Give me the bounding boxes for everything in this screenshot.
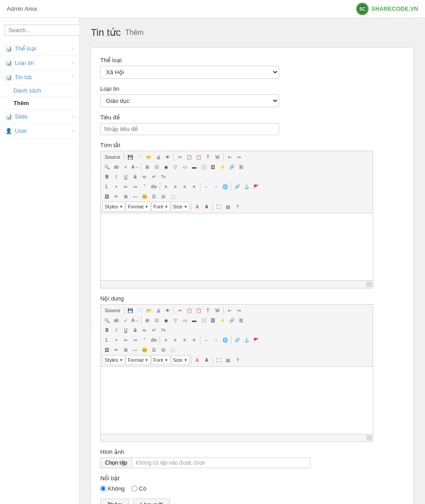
flag-btn-1[interactable]: 🚩 xyxy=(251,182,260,191)
size-dropdown-2[interactable]: Size ▼ xyxy=(171,355,190,365)
open-btn-1[interactable]: 📂 xyxy=(144,152,153,161)
ltr-btn-2[interactable]: ← xyxy=(202,335,211,344)
lang-btn-2[interactable]: A→ xyxy=(131,316,140,325)
radio-co-label[interactable]: Có xyxy=(132,485,147,492)
bold-btn-1[interactable]: B xyxy=(102,172,111,181)
outdent-btn-1[interactable]: ⇐ xyxy=(121,182,130,191)
print-btn-1[interactable]: 🖨 xyxy=(154,152,163,161)
removeformat-btn-1[interactable]: Tx xyxy=(159,172,168,181)
underline-btn-2[interactable]: U xyxy=(121,326,130,335)
subscript-btn-1[interactable]: x₂ xyxy=(140,172,149,181)
copy-btn-1[interactable]: 📋 xyxy=(185,152,194,161)
anchor-btn-1[interactable]: ⚓ xyxy=(242,182,251,191)
replace-btn-2[interactable]: ab xyxy=(112,316,121,325)
img2-btn-2[interactable]: 🖼 xyxy=(102,345,111,354)
link2-btn-2[interactable]: 🔗 xyxy=(233,335,242,344)
ol-btn-1[interactable]: 1. xyxy=(102,182,111,191)
edit-btn-2[interactable]: ✏ xyxy=(112,345,121,354)
strike-btn-1[interactable]: S xyxy=(131,172,140,181)
select-btn-1[interactable]: ▽ xyxy=(171,162,180,171)
align-justify-btn-1[interactable]: ≡ xyxy=(190,182,199,191)
checkbox-btn-1[interactable]: ☑ xyxy=(152,162,161,171)
italic-btn-1[interactable]: I xyxy=(112,172,121,181)
cut-btn-2[interactable]: ✂ xyxy=(175,306,184,315)
align-right-btn-2[interactable]: ≡ xyxy=(180,335,189,344)
paste-btn-1[interactable]: 📋 xyxy=(194,152,203,161)
special-btn-1[interactable]: Ω xyxy=(149,192,158,201)
emoji-btn-2[interactable]: 😊 xyxy=(140,345,149,354)
format-dropdown-2[interactable]: Format ▼ xyxy=(126,355,151,365)
align-justify-btn-2[interactable]: ≡ xyxy=(190,335,199,344)
font-dropdown-2[interactable]: Font ▼ xyxy=(151,355,170,365)
checkbox-btn-2[interactable]: ☑ xyxy=(152,316,161,325)
special-btn-2[interactable]: Ω xyxy=(149,345,158,354)
new-btn-2[interactable]: 📄 xyxy=(135,306,144,315)
tom-tat-editor-area[interactable] xyxy=(101,213,373,280)
undo-btn-2[interactable]: ↩ xyxy=(225,306,234,315)
hr-btn-1[interactable]: ― xyxy=(131,192,140,201)
sidebar-item-user[interactable]: 👤 User › xyxy=(0,124,79,138)
preview-btn-2[interactable]: 👁 xyxy=(163,306,172,315)
paste-word-btn-2[interactable]: W xyxy=(213,306,222,315)
input-btn-1[interactable]: ▭ xyxy=(180,162,189,171)
bgcolor-btn-2[interactable]: A xyxy=(202,356,211,364)
pagebreak-btn-2[interactable]: ⊟ xyxy=(159,345,168,354)
find-btn-2[interactable]: 🔍 xyxy=(102,316,111,325)
spellcheck-btn-2[interactable]: ✓ xyxy=(121,316,130,325)
textcolor-btn-1[interactable]: A xyxy=(193,202,202,211)
sidebar-sub-them[interactable]: Thêm xyxy=(0,97,79,110)
styles-dropdown-2[interactable]: Styles ▼ xyxy=(102,355,125,365)
align-left-btn-1[interactable]: ≡ xyxy=(162,182,170,191)
size-dropdown-1[interactable]: Size ▼ xyxy=(171,202,190,212)
open-btn-2[interactable]: 📂 xyxy=(144,306,153,315)
save-btn-1[interactable]: 💾 xyxy=(126,152,135,161)
div-btn-2[interactable]: div xyxy=(149,335,158,344)
select-btn-2[interactable]: ▽ xyxy=(171,316,180,325)
anchor-btn-2[interactable]: ⚓ xyxy=(242,335,251,344)
chon-tep-button[interactable]: Chọn tệp xyxy=(100,457,132,468)
link-btn-2[interactable]: 🔗 xyxy=(227,316,236,325)
superscript-btn-1[interactable]: x² xyxy=(149,172,158,181)
find-btn-1[interactable]: 🔍 xyxy=(102,162,111,171)
redo-btn-1[interactable]: ↪ xyxy=(234,152,243,161)
superscript-btn-2[interactable]: x² xyxy=(149,326,158,335)
sidebar-item-tin-tuc[interactable]: 📊 Tin tức ˅ xyxy=(0,70,79,85)
paste-text-btn-2[interactable]: T xyxy=(204,306,212,315)
image-btn-1[interactable]: 🖼 xyxy=(208,162,217,171)
them-button[interactable]: Thêm xyxy=(100,499,129,504)
iframe-btn-1[interactable]: ⬚ xyxy=(168,192,177,201)
radio-btn-2[interactable]: ◉ xyxy=(162,316,170,325)
underline-btn-1[interactable]: U xyxy=(121,172,130,181)
flash-btn-2[interactable]: ⚡ xyxy=(218,316,227,325)
italic-btn-2[interactable]: I xyxy=(112,326,121,335)
print-btn-2[interactable]: 🖨 xyxy=(154,306,163,315)
flag-btn-2[interactable]: 🚩 xyxy=(251,335,260,344)
save-btn-2[interactable]: 💾 xyxy=(126,306,135,315)
ul-btn-2[interactable]: • xyxy=(112,335,121,344)
resize-handle-2[interactable] xyxy=(366,435,372,440)
bgcolor-btn-1[interactable]: A xyxy=(202,202,211,211)
hidden-btn-1[interactable]: ⬜ xyxy=(199,162,208,171)
link2-btn-1[interactable]: 🔗 xyxy=(233,182,242,191)
rtl-btn-1[interactable]: → xyxy=(211,182,220,191)
copy-btn-2[interactable]: 📋 xyxy=(185,306,194,315)
redo-btn-2[interactable]: ↪ xyxy=(234,306,243,315)
emoji-btn-1[interactable]: 😊 xyxy=(140,192,149,201)
help-btn-1[interactable]: ? xyxy=(233,202,242,211)
bold-btn-2[interactable]: B xyxy=(102,326,111,335)
noi-dung-editor-area[interactable] xyxy=(101,367,373,434)
radio-khong-label[interactable]: Không xyxy=(100,485,125,492)
sidebar-item-loai-tin[interactable]: 📊 Loại tin › xyxy=(0,56,79,70)
lang2-btn-2[interactable]: 🌐 xyxy=(221,335,230,344)
ul-btn-1[interactable]: • xyxy=(112,182,121,191)
textcolor-btn-2[interactable]: A xyxy=(193,356,202,364)
radio-khong[interactable] xyxy=(100,486,106,491)
ltr-btn-1[interactable]: ← xyxy=(202,182,211,191)
image-btn-2[interactable]: 🖼 xyxy=(208,316,217,325)
table-btn-2[interactable]: ⊞ xyxy=(143,316,152,325)
styles-dropdown-1[interactable]: Styles ▼ xyxy=(102,202,125,212)
unlink-btn-2[interactable]: ⛓ xyxy=(237,316,246,325)
font-dropdown-1[interactable]: Font ▼ xyxy=(151,202,170,212)
strike-btn-2[interactable]: S xyxy=(131,326,140,335)
new-btn-1[interactable]: 📄 xyxy=(135,152,144,161)
